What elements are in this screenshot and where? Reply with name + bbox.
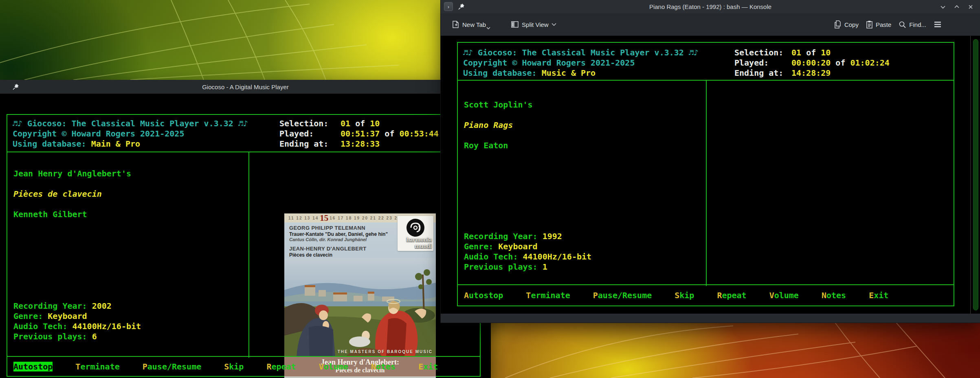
played-label: Played: [734,58,791,68]
header-app-info: ♬♪ Giocoso: The Classical Music Player v… [463,48,699,78]
header-status: Selection:01 of 10 Played:00:00:20 of 01… [734,48,890,78]
tui-body: Scott Joplin's Piano Rags Roy Eaton Reco… [458,81,954,286]
menu-item-exit[interactable]: Exit [418,362,438,371]
find-label: Find... [909,21,926,28]
of-word: of [350,119,370,128]
minimize-icon[interactable] [939,3,947,11]
new-tab-label: New Tab [462,21,486,28]
album-artist1: GEORG PHILIPP TELEMANN [289,225,388,231]
menu-item-terminate[interactable]: Terminate [75,362,119,371]
album-art: 11 12 13 141516 17 18 19 20 21 22 23 24 … [284,213,436,378]
right-titlebar[interactable]: › Piano Rags (Eaton - 1992) : bash — Kon… [441,0,980,13]
pin-icon[interactable] [12,83,20,90]
now-playing-panel: Jean Henry d'Anglebert's Pièces de clave… [7,152,249,358]
paste-button[interactable]: Paste [864,18,893,31]
composer-name: Jean Henry d'Anglebert's [13,169,131,178]
recording-year-label: Recording Year: [464,231,543,241]
new-tab-icon [451,20,459,29]
audio-tech-label: Audio Tech: [464,252,523,262]
menu-item-pause-resume[interactable]: Pause/Resume [143,362,202,371]
performer-name: Kenneth Gilbert [13,209,87,219]
split-view-icon [511,20,519,29]
recording-details: Recording Year: 2002 Genre: Keyboard Aud… [13,301,141,342]
of-word: of [801,48,821,57]
window-controls [939,0,974,13]
database-label: Using database: [463,68,542,78]
recording-year-label: Recording Year: [13,301,92,311]
audio-tech-label: Audio Tech: [13,321,73,331]
selection-label: Selection: [734,48,791,58]
album-credits: GEORG PHILIPP TELEMANN Trauer-Kantate "D… [289,225,388,263]
tui-menu-bar: Autostop Terminate Pause/Resume Skip Rep… [7,356,480,376]
previous-plays-label: Previous plays: [464,262,543,272]
ending-time: 13:28:33 [341,139,380,149]
menu-item-notes[interactable]: Notes [822,290,846,300]
scrollbar-thumb[interactable] [973,39,978,310]
label-logo-icon [405,218,426,238]
menu-item-skip[interactable]: Skip [224,362,244,371]
giocoso-tui-left: ♬♪ Giocoso: The Classical Music Player v… [7,114,481,377]
giocoso-window: Giocoso - A Digital Music Player ♬♪ Gioc… [0,80,491,378]
menu-item-autostop[interactable]: Autostop [464,290,503,300]
played-total: 01:02:24 [850,58,890,68]
find-button[interactable]: Find... [897,18,928,31]
copy-button[interactable]: Copy [833,18,860,31]
database-label: Using database: [13,139,91,149]
pin-icon[interactable] [458,3,465,10]
left-terminal-area: ♬♪ Giocoso: The Classical Music Player v… [0,94,491,378]
previous-plays-value: 6 [92,332,97,341]
now-playing-panel: Scott Joplin's Piano Rags Roy Eaton Reco… [458,81,707,286]
new-tab-button[interactable]: New Tab [450,18,494,31]
previous-plays-label: Previous plays: [13,332,92,341]
right-window-title: Piano Rags (Eaton - 1992) : bash — Konso… [441,3,980,10]
menu-item-terminate[interactable]: Terminate [526,290,570,300]
giocoso-tui-right: ♬♪ Giocoso: The Classical Music Player v… [457,42,954,306]
album-artist2: JEAN-HENRY D'ANGLEBERT [289,246,388,252]
menu-item-exit[interactable]: Exit [869,290,888,300]
menu-item-volume[interactable]: Volume [769,290,799,300]
recording-year-value: 2002 [92,301,112,311]
hamburger-menu-button[interactable] [932,19,943,30]
terminal-scrollbar[interactable] [970,36,980,314]
played-total: 00:53:44 [400,129,439,138]
menu-item-repeat[interactable]: Repeat [266,362,296,371]
copy-icon [834,20,842,29]
album-work2: Pièces de clavecin [289,252,388,258]
konsole-toolbar: New Tab Split View Copy Paste Find... [441,13,980,36]
album-performers1: Cantus Cölln, dir. Konrad Junghänel [289,237,388,242]
right-terminal-area: ♬♪ Giocoso: The Classical Music Player v… [441,36,980,314]
menu-item-repeat[interactable]: Repeat [717,290,746,300]
header-status: Selection:01 of 10 Played:00:51:37 of 00… [279,119,439,149]
split-view-button[interactable]: Split View [509,18,558,31]
menu-item-volume[interactable]: Volume [319,362,348,371]
hamburger-icon [934,21,942,28]
genre-value: Keyboard [498,242,537,251]
app-title-line: ♬♪ Giocoso: The Classical Music Player v… [13,119,248,129]
left-titlebar[interactable]: Giocoso - A Digital Music Player [0,80,491,94]
menu-item-skip[interactable]: Skip [675,290,694,300]
split-view-dropdown-icon[interactable] [552,23,556,26]
album-painting [284,258,436,357]
played-elapsed: 00:51:37 [341,129,380,138]
database-name: Main & Pro [91,139,140,149]
header-app-info: ♬♪ Giocoso: The Classical Music Player v… [13,119,248,149]
audio-tech-value: 44100Hz/16-bit [73,321,141,331]
label-name-line1: harmonia [406,236,432,243]
selection-label: Selection: [279,119,341,129]
close-icon[interactable] [967,3,974,11]
performer-name: Roy Eaton [464,141,508,150]
menu-item-pause-resume[interactable]: Pause/Resume [593,290,652,300]
tui-menu-bar: Autostop Terminate Pause/Resume Skip Rep… [458,284,954,305]
menu-item-autostop[interactable]: Autostop [13,362,53,371]
maximize-icon[interactable] [953,3,960,11]
paste-icon [866,20,873,29]
menu-item-notes[interactable]: Notes [371,362,396,371]
album-series-title: THE MASTERS OF BAROQUE MUSIC [338,349,433,354]
new-tab-dropdown-icon[interactable] [486,27,490,30]
composer-name: Scott Joplin's [464,100,533,110]
show-menubar-button[interactable]: › [444,2,453,11]
copyright-line: Copyright © Howard Rogers 2021-2025 [463,58,699,68]
recording-details: Recording Year: 1992 Genre: Keyboard Aud… [464,231,591,272]
left-window-title: Giocoso - A Digital Music Player [0,84,491,90]
paste-label: Paste [876,21,891,28]
